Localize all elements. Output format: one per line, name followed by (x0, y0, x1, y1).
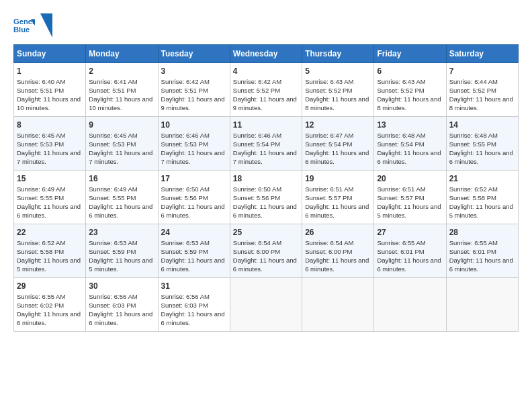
daylight-label: Daylight: 11 hours and 6 minutes. (17, 203, 81, 219)
sunset-label: Sunset: 5:51 PM (89, 87, 136, 94)
sunrise-label: Sunrise: 6:53 AM (161, 239, 210, 246)
sunset-label: Sunset: 6:03 PM (161, 302, 208, 309)
calendar-cell: 1Sunrise: 6:40 AMSunset: 5:51 PMDaylight… (14, 63, 86, 117)
calendar-cell: 2Sunrise: 6:41 AMSunset: 5:51 PMDaylight… (86, 63, 158, 117)
sunset-label: Sunset: 6:03 PM (89, 302, 136, 309)
sunset-label: Sunset: 5:56 PM (161, 194, 208, 201)
sunrise-label: Sunrise: 6:41 AM (89, 78, 137, 85)
day-number: 15 (17, 173, 83, 184)
day-number: 22 (17, 227, 83, 238)
calendar-cell: 5Sunrise: 6:43 AMSunset: 5:52 PMDaylight… (302, 63, 374, 117)
daylight-label: Daylight: 11 hours and 7 minutes. (233, 149, 297, 165)
daylight-label: Daylight: 11 hours and 5 minutes. (377, 203, 441, 219)
sunset-label: Sunset: 5:53 PM (161, 140, 208, 148)
sunrise-label: Sunrise: 6:40 AM (17, 78, 65, 85)
day-number: 25 (233, 227, 299, 238)
header: General Blue (13, 13, 519, 38)
daylight-label: Daylight: 11 hours and 8 minutes. (377, 95, 441, 111)
sunset-label: Sunset: 6:01 PM (449, 248, 496, 255)
calendar-cell: 10Sunrise: 6:46 AMSunset: 5:53 PMDayligh… (158, 117, 230, 171)
calendar-cell: 17Sunrise: 6:50 AMSunset: 5:56 PMDayligh… (158, 171, 230, 224)
calendar-week-row: 22Sunrise: 6:52 AMSunset: 5:58 PMDayligh… (14, 224, 519, 278)
sunrise-label: Sunrise: 6:52 AM (449, 185, 498, 193)
sunset-label: Sunset: 6:00 PM (233, 248, 280, 255)
day-number: 4 (233, 66, 299, 77)
day-number: 10 (161, 120, 227, 130)
calendar-cell: 16Sunrise: 6:49 AMSunset: 5:55 PMDayligh… (86, 171, 158, 224)
daylight-label: Daylight: 11 hours and 6 minutes. (449, 149, 513, 165)
daylight-label: Daylight: 11 hours and 6 minutes. (305, 149, 369, 165)
daylight-label: Daylight: 11 hours and 6 minutes. (449, 257, 513, 273)
weekday-header-thursday: Thursday (302, 45, 374, 63)
calendar-cell: 15Sunrise: 6:49 AMSunset: 5:55 PMDayligh… (14, 171, 86, 224)
sunrise-label: Sunrise: 6:48 AM (377, 132, 425, 139)
day-number: 16 (89, 173, 154, 184)
daylight-label: Daylight: 11 hours and 6 minutes. (161, 310, 225, 326)
sunset-label: Sunset: 5:52 PM (449, 87, 496, 94)
calendar-cell (446, 278, 518, 332)
logo: General Blue (13, 13, 52, 38)
sunrise-label: Sunrise: 6:51 AM (377, 185, 425, 193)
sunset-label: Sunset: 5:52 PM (377, 87, 424, 94)
day-number: 26 (305, 227, 371, 238)
sunrise-label: Sunrise: 6:55 AM (449, 239, 498, 246)
sunrise-label: Sunrise: 6:55 AM (17, 293, 65, 300)
daylight-label: Daylight: 11 hours and 10 minutes. (17, 95, 81, 111)
day-number: 13 (377, 120, 443, 130)
sunrise-label: Sunrise: 6:50 AM (233, 185, 281, 193)
day-number: 2 (89, 66, 154, 77)
sunrise-label: Sunrise: 6:45 AM (17, 132, 65, 139)
day-number: 24 (161, 227, 227, 238)
daylight-label: Daylight: 11 hours and 6 minutes. (161, 203, 225, 219)
day-number: 27 (377, 227, 443, 238)
calendar-cell: 23Sunrise: 6:53 AMSunset: 5:59 PMDayligh… (86, 224, 158, 278)
weekday-header-wednesday: Wednesday (230, 45, 302, 63)
day-number: 12 (305, 120, 371, 130)
calendar-cell: 6Sunrise: 6:43 AMSunset: 5:52 PMDaylight… (374, 63, 446, 117)
sunset-label: Sunset: 5:52 PM (305, 87, 352, 94)
day-number: 8 (17, 120, 83, 130)
sunset-label: Sunset: 5:53 PM (17, 140, 64, 148)
calendar-cell (374, 278, 446, 332)
weekday-header-monday: Monday (86, 45, 158, 63)
svg-marker-3 (40, 13, 52, 38)
calendar-cell: 26Sunrise: 6:54 AMSunset: 6:00 PMDayligh… (302, 224, 374, 278)
calendar-cell: 21Sunrise: 6:52 AMSunset: 5:58 PMDayligh… (446, 171, 518, 224)
daylight-label: Daylight: 11 hours and 10 minutes. (89, 95, 152, 111)
calendar-cell: 20Sunrise: 6:51 AMSunset: 5:57 PMDayligh… (374, 171, 446, 224)
calendar-cell: 29Sunrise: 6:55 AMSunset: 6:02 PMDayligh… (14, 278, 86, 332)
sunrise-label: Sunrise: 6:52 AM (17, 239, 65, 246)
logo-arrow-icon (40, 13, 52, 38)
svg-text:Blue: Blue (13, 26, 30, 34)
calendar-table: SundayMondayTuesdayWednesdayThursdayFrid… (13, 44, 519, 332)
daylight-label: Daylight: 11 hours and 5 minutes. (17, 257, 81, 273)
calendar-week-row: 15Sunrise: 6:49 AMSunset: 5:55 PMDayligh… (14, 171, 519, 224)
calendar-cell: 13Sunrise: 6:48 AMSunset: 5:54 PMDayligh… (374, 117, 446, 171)
daylight-label: Daylight: 11 hours and 7 minutes. (161, 149, 225, 165)
sunrise-label: Sunrise: 6:56 AM (89, 293, 137, 300)
calendar-week-row: 8Sunrise: 6:45 AMSunset: 5:53 PMDaylight… (14, 117, 519, 171)
sunset-label: Sunset: 5:57 PM (305, 194, 352, 201)
calendar-cell: 27Sunrise: 6:55 AMSunset: 6:01 PMDayligh… (374, 224, 446, 278)
sunset-label: Sunset: 5:54 PM (305, 140, 352, 148)
calendar-cell: 7Sunrise: 6:44 AMSunset: 5:52 PMDaylight… (446, 63, 518, 117)
calendar-cell: 22Sunrise: 6:52 AMSunset: 5:58 PMDayligh… (14, 224, 86, 278)
daylight-label: Daylight: 11 hours and 6 minutes. (377, 149, 441, 165)
calendar-cell: 31Sunrise: 6:56 AMSunset: 6:03 PMDayligh… (158, 278, 230, 332)
svg-text:General: General (13, 17, 35, 26)
day-number: 5 (305, 66, 371, 77)
calendar-cell (230, 278, 302, 332)
sunrise-label: Sunrise: 6:51 AM (305, 185, 353, 193)
daylight-label: Daylight: 11 hours and 8 minutes. (305, 95, 369, 111)
day-number: 21 (449, 173, 515, 184)
sunset-label: Sunset: 5:56 PM (233, 194, 280, 201)
sunset-label: Sunset: 5:54 PM (233, 140, 280, 148)
weekday-header-friday: Friday (374, 45, 446, 63)
sunrise-label: Sunrise: 6:49 AM (17, 185, 65, 193)
sunrise-label: Sunrise: 6:48 AM (449, 132, 498, 139)
sunset-label: Sunset: 5:58 PM (449, 194, 496, 201)
sunset-label: Sunset: 5:55 PM (17, 194, 64, 201)
day-number: 11 (233, 120, 299, 130)
daylight-label: Daylight: 11 hours and 7 minutes. (89, 149, 152, 165)
calendar-cell (302, 278, 374, 332)
